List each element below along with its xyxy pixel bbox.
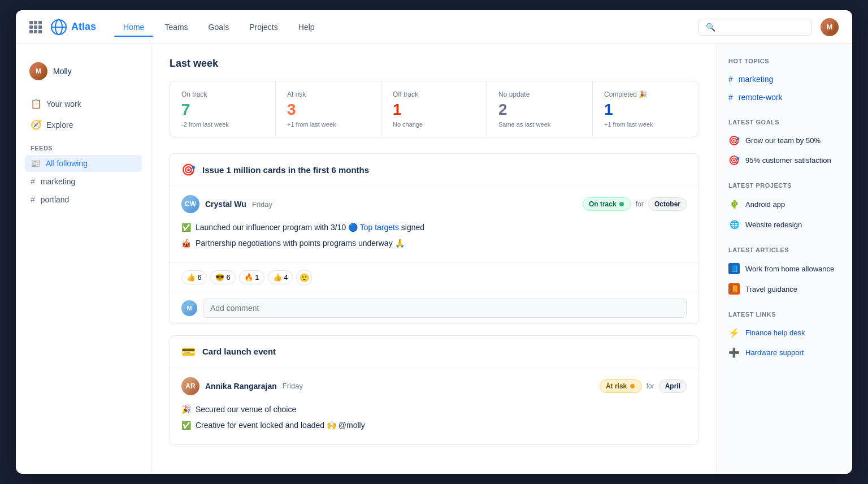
goal-icon-1: 🎯 [728,135,740,146]
marketing-feed-label: marketing [41,177,75,186]
on-track-dot [619,202,624,206]
feed-card-2: 💳 Card launch event AR Annika Rangarajan… [170,335,698,445]
your-work-label: Your work [46,100,81,109]
card2-text-1: Secured our venue of choice [196,403,296,416]
user-avatar[interactable]: M [821,18,839,36]
add-reaction-button[interactable]: 🙂 [296,270,312,286]
latest-links-label: Latest links [728,311,841,318]
finance-link-label: Finance help desk [745,329,805,337]
stat-on-track-label: On track [181,90,264,98]
nav-projects[interactable]: Projects [240,18,287,36]
crystal-wu-badges: On track for October [583,197,687,211]
reaction-like[interactable]: 👍 4 [268,270,293,284]
nav-help[interactable]: Help [289,18,324,36]
nav-home[interactable]: Home [114,18,153,36]
project-android-app[interactable]: 🌵 Android app [728,196,841,213]
reaction-cool[interactable]: 😎 6 [210,270,236,284]
sidebar-feed-marketing[interactable]: # marketing [25,173,142,190]
stat-on-track: On track 7 -2 from last week [170,81,275,137]
for-text-1: for [636,200,644,208]
following-icon: 📰 [31,159,40,168]
main-content: Last week On track 7 -2 from last week A… [151,44,717,474]
stat-at-risk-label: At risk [287,90,370,98]
top-targets-link[interactable]: Top targets [360,223,399,232]
hardware-link-label: Hardware support [745,348,804,357]
stat-at-risk-change: +1 from last week [287,121,370,128]
feed-card-1-body: CW Crystal Wu Friday On track for Octobe… [170,186,698,262]
hot-topics-label: Hot topics [728,58,841,64]
crystal-wu-name: Crystal Wu [205,200,246,209]
crystal-wu-content: ✅ Launched our influencer program with 3… [181,221,687,250]
stat-off-track-change: No change [393,121,475,128]
sidebar-user: M Molly [25,58,142,85]
sidebar-feed-portland[interactable]: # portland [25,191,142,208]
comment-input-1[interactable] [203,299,687,318]
content-text-2: Partnership negotiations with points pro… [196,237,405,249]
search-bar[interactable]: 🔍 [698,19,811,36]
article-wfh[interactable]: 📘 Work from home allowance [728,260,841,277]
stats-row: On track 7 -2 from last week At risk 3 +… [170,81,698,137]
feed-card-2-icon: 💳 [181,345,196,358]
project-website-redesign[interactable]: 🌐 Website redesign [728,216,841,233]
feeds-label: Feeds [25,136,142,155]
october-badge: October [648,197,687,211]
content-item-2: 🎪 Partnership negotiations with points p… [181,237,687,249]
feed-reactions-1: 👍 6 😎 6 🔥 1 👍 4 🙂 [170,262,698,292]
feed-update-2-header: AR Annika Rangarajan Friday At risk for … [181,377,687,395]
apps-grid-icon[interactable] [29,21,42,33]
stat-completed-value: 1 [604,102,687,118]
link-finance-help[interactable]: ⚡ Finance help desk [728,325,841,341]
crystal-wu-avatar: CW [181,195,199,213]
finance-link-icon: ⚡ [728,327,740,338]
stat-no-update: No update 2 Same as last week [487,81,592,137]
stat-at-risk: At risk 3 +1 from last week [276,81,381,137]
feed-card-2-body: AR Annika Rangarajan Friday At risk for … [170,368,698,444]
portland-feed-icon: # [31,195,35,204]
sidebar-item-your-work[interactable]: 📋 Your work [25,94,142,114]
stat-no-update-change: Same as last week [498,121,581,128]
nav-goals[interactable]: Goals [199,18,238,36]
feed-card-1-icon: 🎯 [181,163,196,176]
latest-projects-section: Latest projects 🌵 Android app 🌐 Website … [728,182,841,233]
link-hardware-support[interactable]: ➕ Hardware support [728,344,841,361]
travel-article-label: Travel guidance [745,285,797,293]
stat-off-track: Off track 1 No change [381,81,487,137]
card2-text-2: Creative for event locked and loaded 🙌 @… [196,419,365,431]
celebration-icon: 🎪 [181,237,191,249]
atlas-logo[interactable]: Atlas [51,19,96,35]
search-icon: 🔍 [706,23,715,32]
stat-completed-change: +1 from last week [604,121,687,128]
reaction-fire[interactable]: 🔥 1 [239,270,264,284]
goal-customer-satisfaction[interactable]: 🎯 95% customer satisfaction [728,152,841,168]
reaction-thumbsup[interactable]: 👍 6 [181,270,207,284]
top-nav: Atlas Home Teams Goals Projects Help 🔍 M [16,10,852,44]
goal-grow-team[interactable]: 🎯 Grow our team by 50% [728,132,841,149]
feed-card-1-title: Issue 1 million cards in the first 6 mon… [202,165,369,175]
nav-teams[interactable]: Teams [155,18,197,36]
sidebar: M Molly 📋 Your work 🧭 Explore Feeds 📰 Al… [16,44,151,474]
stat-no-update-label: No update [498,90,581,98]
right-panel: Hot topics # marketing # remote-work Lat… [717,44,852,474]
goal-icon-2: 🎯 [728,155,740,166]
sidebar-feed-all-following[interactable]: 📰 All following [25,155,142,172]
stat-at-risk-value: 3 [287,102,370,118]
hot-topic-remote-work-label: remote-work [739,93,783,102]
hot-topic-marketing[interactable]: # marketing [728,71,841,87]
on-track-badge: On track [583,197,631,211]
hot-topic-remote-work[interactable]: # remote-work [728,89,841,105]
android-app-label: Android app [745,200,785,209]
feed-card-2-title: Card launch event [202,347,276,356]
comment-avatar-1: M [181,300,197,316]
section-title: Last week [170,58,698,70]
wfh-article-label: Work from home allowance [745,265,834,273]
sidebar-user-name: Molly [53,67,72,76]
wfh-article-icon: 📘 [728,263,740,274]
on-track-label: On track [589,200,617,208]
hot-topics-section: Hot topics # marketing # remote-work [728,58,841,105]
article-travel[interactable]: 📙 Travel guidance [728,280,841,297]
annika-content: 🎉 Secured our venue of choice ✅ Creative… [181,403,687,432]
website-redesign-icon: 🌐 [728,219,740,230]
sidebar-item-explore[interactable]: 🧭 Explore [25,115,142,135]
latest-goals-section: Latest goals 🎯 Grow our team by 50% 🎯 95… [728,119,841,168]
hash-icon-remote-work: # [728,93,733,102]
